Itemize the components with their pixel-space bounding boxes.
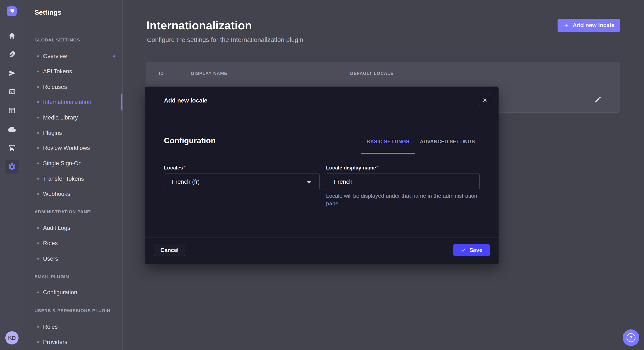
sidebar-item-media-library[interactable]: Media Library xyxy=(24,113,122,122)
bullet-icon xyxy=(37,101,39,103)
user-avatar[interactable]: KD xyxy=(5,331,18,345)
locales-field-label: Locales* xyxy=(164,165,186,171)
add-locale-modal: Add new locale Configuration BASIC SETTI… xyxy=(145,87,498,264)
bullet-icon xyxy=(37,341,39,343)
check-icon xyxy=(461,247,466,253)
section-users-permissions-plugin: USERS & PERMISSIONS PLUGIN xyxy=(34,308,110,313)
tabs-divider xyxy=(164,154,486,154)
bullet-icon xyxy=(37,292,39,293)
display-name-hint: Locale will be displayed under that name… xyxy=(326,192,480,207)
bullet-icon xyxy=(37,258,39,260)
required-asterisk: * xyxy=(183,165,185,171)
home-icon[interactable] xyxy=(0,32,24,39)
bullet-icon xyxy=(37,147,39,149)
active-item-indicator xyxy=(122,94,122,111)
sidebar-item-releases[interactable]: Releases xyxy=(24,83,122,91)
help-button[interactable]: ? xyxy=(623,329,639,346)
required-asterisk: * xyxy=(376,165,378,171)
pencil-icon xyxy=(594,96,602,103)
avatar-initials: KD xyxy=(8,335,16,341)
bullet-icon xyxy=(37,242,39,244)
section-email-plugin: EMAIL PLUGIN xyxy=(34,274,69,279)
column-header-id: ID xyxy=(159,71,164,76)
column-header-default-locale: DEFAULT LOCALE xyxy=(350,71,394,76)
sidebar-divider xyxy=(0,326,24,326)
marketplace-cart-icon[interactable] xyxy=(0,144,24,152)
bullet-icon xyxy=(37,163,39,164)
bullet-icon xyxy=(37,227,39,229)
content-manager-icon[interactable] xyxy=(0,107,24,114)
sidebar-item-webhooks[interactable]: Webhooks xyxy=(24,190,122,198)
sidebar-item-overview[interactable]: Overview xyxy=(24,52,122,60)
locales-select-value: French (fr) xyxy=(172,178,200,185)
modal-footer-divider xyxy=(145,237,498,238)
modal-header-divider xyxy=(145,114,498,114)
sidebar-item-internationalization[interactable]: Internationalization xyxy=(24,98,122,106)
sidebar-item-single-sign-on[interactable]: Single Sign-On xyxy=(24,159,122,168)
bullet-icon xyxy=(37,326,39,328)
active-tab-indicator xyxy=(362,153,415,154)
icon-sidebar: KD xyxy=(0,0,24,350)
close-button[interactable] xyxy=(479,94,491,106)
sidebar-item-up-roles[interactable]: Roles xyxy=(24,323,122,331)
bullet-icon xyxy=(37,193,39,195)
media-library-icon[interactable] xyxy=(0,88,24,96)
question-mark-icon: ? xyxy=(626,333,636,342)
table-header-divider xyxy=(147,85,620,85)
sidebar-item-api-tokens[interactable]: API Tokens xyxy=(24,67,122,76)
settings-gear-icon[interactable] xyxy=(0,163,24,171)
bullet-icon xyxy=(37,178,39,180)
content-type-builder-icon[interactable] xyxy=(0,51,24,58)
close-icon xyxy=(482,98,487,103)
add-new-locale-button[interactable]: Add new locale xyxy=(558,19,620,32)
tab-advanced-settings[interactable]: ADVANCED SETTINGS xyxy=(420,139,475,145)
display-name-input[interactable] xyxy=(326,174,480,190)
bullet-icon xyxy=(37,55,39,57)
modal-title: Add new locale xyxy=(164,97,208,104)
notification-dot xyxy=(113,55,115,57)
display-name-field-label: Locale display name* xyxy=(326,165,378,171)
sidebar-item-transfer-tokens[interactable]: Transfer Tokens xyxy=(24,175,122,183)
sidebar-item-review-workflows[interactable]: Review Workflows xyxy=(24,144,122,152)
title-underline xyxy=(34,26,44,26)
sidebar-item-providers[interactable]: Providers xyxy=(24,338,122,347)
send-icon[interactable] xyxy=(0,69,24,77)
save-label: Save xyxy=(469,247,482,253)
configuration-heading: Configuration xyxy=(164,136,216,145)
plus-icon xyxy=(563,22,569,28)
chevron-down-icon xyxy=(307,181,311,184)
page-title: Internationalization xyxy=(146,19,252,32)
sidebar-item-admin-roles[interactable]: Roles xyxy=(24,239,122,247)
section-administration-panel: ADMINISTRATION PANEL xyxy=(34,209,93,214)
bullet-icon xyxy=(37,86,39,88)
edit-locale-button[interactable] xyxy=(594,95,602,104)
locales-select[interactable]: French (fr) xyxy=(164,174,320,190)
column-header-display-name: DISPLAY NAME xyxy=(191,71,228,76)
bullet-icon xyxy=(37,71,39,72)
settings-sidebar-title: Settings xyxy=(34,8,61,16)
sidebar-item-plugins[interactable]: Plugins xyxy=(24,129,122,137)
strapi-logo[interactable] xyxy=(7,6,16,16)
sidebar-item-users[interactable]: Users xyxy=(24,255,122,263)
cloud-icon[interactable] xyxy=(0,126,24,133)
bullet-icon xyxy=(37,117,39,118)
settings-sidebar: Settings GLOBAL SETTINGS Overview API To… xyxy=(24,0,123,350)
sidebar-item-audit-logs[interactable]: Audit Logs xyxy=(24,224,122,232)
bullet-icon xyxy=(37,132,39,134)
add-new-locale-label: Add new locale xyxy=(573,22,614,29)
section-global-settings: GLOBAL SETTINGS xyxy=(34,37,80,42)
sidebar-item-email-configuration[interactable]: Configuration xyxy=(24,288,122,297)
sidebar-divider xyxy=(0,24,24,24)
cancel-button[interactable]: Cancel xyxy=(154,244,185,256)
strapi-logo-icon xyxy=(7,6,16,16)
page-subtitle: Configure the settings for the Internati… xyxy=(147,36,303,43)
save-button[interactable]: Save xyxy=(454,244,490,256)
tab-basic-settings[interactable]: BASIC SETTINGS xyxy=(362,139,415,145)
